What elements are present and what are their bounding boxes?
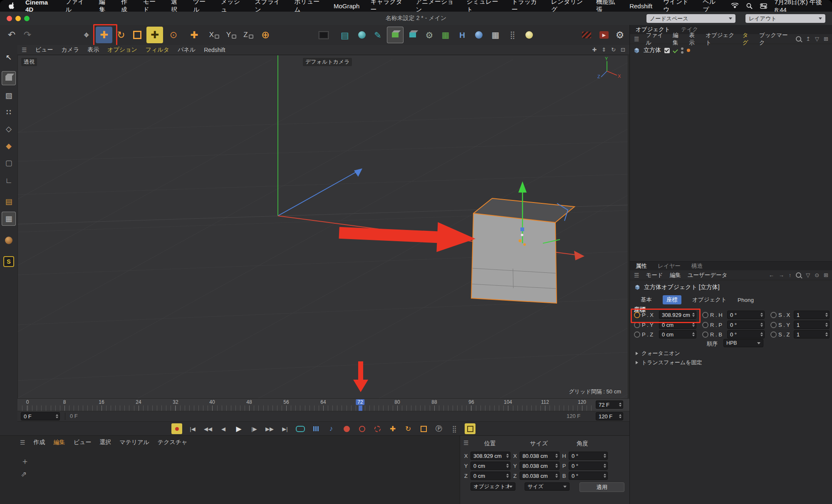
workplane-tool-button[interactable]: ∟ xyxy=(2,173,16,188)
rh-key-circle[interactable] xyxy=(702,312,708,318)
keyframe-preset-button[interactable] xyxy=(372,423,382,434)
size-y-field[interactable]: 80.038 cm xyxy=(520,462,560,470)
sy-field[interactable]: 1 xyxy=(794,321,830,329)
object-name[interactable]: 立方体 xyxy=(644,47,661,54)
add-material-button[interactable]: ＋ xyxy=(21,456,29,467)
stepper[interactable] xyxy=(602,474,606,478)
pos-y-field[interactable]: 0 cm xyxy=(470,462,510,470)
stepper[interactable] xyxy=(691,323,695,327)
light-button[interactable] xyxy=(521,27,537,43)
autokeying-toggle-button[interactable] xyxy=(357,423,367,434)
sz-field[interactable]: 1 xyxy=(794,330,830,338)
view-mode-label[interactable]: 透視 xyxy=(21,58,37,66)
pos-z-field[interactable]: 0 cm xyxy=(470,472,510,480)
floor-environment-button[interactable]: ▦ xyxy=(487,27,504,43)
wifi-icon[interactable] xyxy=(731,3,739,9)
quaternion-fold[interactable]: クォータニオン xyxy=(636,350,680,357)
subdivision-surface-button[interactable] xyxy=(387,27,404,43)
coordinate-system-button[interactable]: ⊕ xyxy=(257,27,274,43)
coord-mode-dropdown[interactable]: オブジェクト:相対 xyxy=(470,482,515,491)
render-active-view-button[interactable]: ▤ xyxy=(337,27,353,43)
expand-arrow-button[interactable]: ⇗ xyxy=(21,470,27,479)
size-z-field[interactable]: 80.038 cm xyxy=(520,472,560,480)
playhead-marker[interactable] xyxy=(359,405,362,411)
forward-arrow-icon[interactable]: → xyxy=(779,272,784,278)
layout-dropdown[interactable]: レイアウト xyxy=(745,14,825,23)
position-key-button[interactable]: ✚ xyxy=(388,423,398,434)
tab-structure[interactable]: 構造 xyxy=(691,262,703,270)
previous-frame-button[interactable]: ◀ xyxy=(218,423,228,434)
grid-snap-button[interactable]: ▦ xyxy=(2,212,16,226)
sx-field[interactable]: 1 xyxy=(794,311,830,319)
size-x-field[interactable]: 80.038 cm xyxy=(520,452,560,460)
freeze-transform-fold[interactable]: トランスフォームを固定 xyxy=(636,359,702,366)
ommenu-tags[interactable]: タグ xyxy=(743,32,753,47)
polygons-mode-button[interactable]: ◆ xyxy=(2,139,16,153)
apple-menu-icon[interactable] xyxy=(8,2,15,10)
pos-x-field[interactable]: 308.929 cm xyxy=(470,452,510,460)
vpmenu-display[interactable]: 表示 xyxy=(87,46,99,54)
material-tag-dot[interactable] xyxy=(687,49,690,52)
ommenu-object[interactable]: オブジェクト xyxy=(706,32,736,47)
stepper[interactable] xyxy=(759,332,763,336)
edges-mode-button[interactable]: ◇ xyxy=(2,122,16,136)
grid-icon[interactable]: ⊞ xyxy=(824,272,828,278)
goto-start-button[interactable]: |◀ xyxy=(188,423,198,434)
texture-mode-button[interactable]: ▨ xyxy=(2,89,16,103)
render-view-button[interactable] xyxy=(315,27,332,43)
rot-b-field[interactable]: 0 ° xyxy=(569,472,608,480)
matmenu-view[interactable]: ビュー xyxy=(74,439,92,446)
rotate-tool[interactable]: ↻ xyxy=(113,27,129,43)
rh-field[interactable]: 0 ° xyxy=(727,311,765,319)
enable-checkbox[interactable] xyxy=(664,48,670,53)
vpmenu-panel[interactable]: パネル xyxy=(178,46,196,54)
next-key-button[interactable]: ▶▶ xyxy=(265,423,275,434)
matmenu-select[interactable]: 選択 xyxy=(99,439,111,446)
apply-button[interactable]: 適用 xyxy=(579,482,624,492)
up-arrow-icon[interactable]: ↑ xyxy=(789,272,792,278)
viewport-3d[interactable]: 透視 デフォルトカメラ グリッド間隔 : 50 cm Y Z X xyxy=(17,55,628,399)
tab-object[interactable]: オブジェクト xyxy=(692,296,727,304)
particles-button[interactable]: ⣿ xyxy=(504,27,521,43)
stepper[interactable] xyxy=(824,323,828,327)
filter-icon[interactable]: ▽ xyxy=(806,272,810,278)
editor-visibility-dot[interactable] xyxy=(681,47,683,50)
stepper[interactable] xyxy=(554,464,558,468)
viewport-menu-icon[interactable]: ☰ xyxy=(22,47,27,53)
keyframe-bars-button[interactable] xyxy=(311,423,321,434)
filter-icon[interactable]: ▽ xyxy=(815,36,819,42)
menubar-item-redshift[interactable]: Redshift xyxy=(629,2,652,10)
coord-menu-icon[interactable]: ☰ xyxy=(463,440,469,446)
render-queue-button[interactable] xyxy=(578,27,595,43)
camera-label[interactable]: デフォルトカメラ xyxy=(303,58,352,66)
range-end-field[interactable]: 120 F xyxy=(596,412,623,420)
scale-key-button[interactable] xyxy=(418,423,428,434)
matmenu-edit[interactable]: 編集 xyxy=(54,439,65,446)
current-frame-field[interactable]: 72 F xyxy=(596,400,623,409)
control-center-icon[interactable] xyxy=(760,3,767,9)
pan-view-icon[interactable]: ✚ xyxy=(592,47,597,53)
spotlight-search-icon[interactable] xyxy=(746,3,753,9)
ammenu-edit[interactable]: 編集 xyxy=(670,272,681,279)
stepper[interactable] xyxy=(505,464,509,468)
keyframe-selection-button[interactable] xyxy=(465,423,475,434)
ommenu-bookmarks[interactable]: ブックマーク xyxy=(759,32,789,47)
cube-primitive-button[interactable] xyxy=(404,27,421,43)
stepper[interactable] xyxy=(602,454,606,458)
search-icon[interactable] xyxy=(796,36,801,42)
matmenu-create[interactable]: 作成 xyxy=(34,439,45,446)
make-editable-tool[interactable]: ↖ xyxy=(2,50,16,64)
settings-gear-button[interactable]: ⚙ xyxy=(612,27,628,43)
search-icon[interactable] xyxy=(796,272,801,278)
px-key-circle[interactable] xyxy=(634,312,640,318)
sx-key-circle[interactable] xyxy=(770,312,777,318)
pz-key-circle[interactable] xyxy=(634,331,640,338)
stepper[interactable] xyxy=(824,313,828,317)
stepper[interactable] xyxy=(602,464,606,468)
stepper[interactable] xyxy=(691,313,695,317)
stepper[interactable] xyxy=(554,474,558,478)
stepper[interactable] xyxy=(554,454,558,458)
import-icon[interactable]: ↥ xyxy=(806,36,810,42)
app-menu-cinema4d[interactable]: Cinema 4D xyxy=(25,0,54,13)
rotation-key-button[interactable]: ↻ xyxy=(403,423,413,434)
